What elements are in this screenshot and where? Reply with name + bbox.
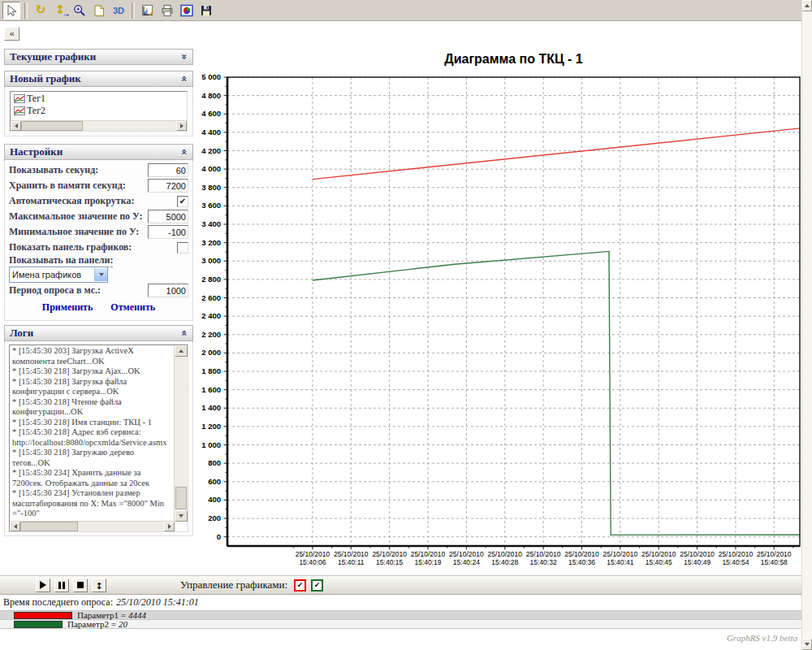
toolbar: ↻ ↕→ 3D [0, 0, 801, 21]
chart-thumb-icon [14, 94, 25, 103]
svg-text:25/10/201015:40:58: 25/10/201015:40:58 [757, 550, 792, 566]
zoom-tool-button[interactable] [71, 2, 89, 20]
series1-value: 4444 [128, 610, 146, 620]
tag-list-hscrollbar[interactable] [11, 120, 187, 131]
ymax-label: Максимальное значение по У: [9, 210, 142, 223]
chart-plot[interactable]: 5 0004 8004 6004 4004 2004 0003 8003 600… [195, 72, 812, 574]
ymin-input[interactable] [148, 225, 188, 239]
svg-text:1 400: 1 400 [201, 403, 221, 412]
app-version: GraphRS v1.9 betta [727, 633, 797, 643]
scroll-left-button[interactable] [11, 121, 21, 131]
sidebar: Текущие графики » Новый график « Тег1 Те… [4, 49, 193, 536]
svg-text:25/10/201015:40:45: 25/10/201015:40:45 [641, 550, 676, 566]
apply-link[interactable]: Применить [42, 301, 93, 314]
svg-text:200: 200 [208, 514, 221, 522]
scrollbar-thumb[interactable] [20, 522, 78, 531]
svg-text:2 200: 2 200 [201, 330, 221, 339]
svg-text:3 800: 3 800 [201, 183, 221, 192]
scroll-down-button[interactable] [802, 639, 812, 650]
svg-text:400: 400 [208, 495, 221, 504]
log-vscrollbar[interactable] [174, 345, 188, 522]
print-button[interactable] [158, 2, 176, 20]
series2-name: Параметр2 = [67, 619, 116, 629]
show-panel-checkbox[interactable] [177, 242, 188, 254]
scrollbar-thumb[interactable] [175, 487, 187, 509]
last-poll-value: 25/10/2010 15:41:01 [116, 596, 199, 609]
svg-text:0: 0 [217, 532, 221, 541]
legend-row: Параметр2 = 20 [0, 620, 812, 629]
autoscroll-checkbox[interactable] [177, 196, 188, 207]
svg-text:3 200: 3 200 [201, 238, 221, 247]
panel-logs-header[interactable]: Логи « [4, 325, 193, 341]
svg-text:25/10/201015:40:41: 25/10/201015:40:41 [603, 550, 638, 566]
show-seconds-label: Показывать секунд: [9, 164, 98, 176]
tag-list-item[interactable]: Тег2 [14, 105, 187, 116]
ymin-label: Минимальное значение по У: [9, 226, 139, 238]
3d-toggle-button[interactable]: 3D [110, 2, 127, 20]
edit-chart-button[interactable] [139, 2, 157, 20]
scale-axes-button[interactable]: ↕→ [51, 2, 69, 20]
poll-period-input[interactable] [148, 284, 188, 297]
svg-text:25/10/201015:40:24: 25/10/201015:40:24 [449, 550, 484, 566]
store-seconds-label: Хранить в памяти секунд: [9, 180, 126, 192]
show-panel-label: Показать панель графиков: [9, 241, 132, 254]
sidebar-collapse-button[interactable]: « [4, 27, 19, 41]
chevron-up-icon: « [179, 76, 190, 82]
panel-mode-select[interactable]: Имена графиков [9, 266, 108, 283]
svg-text:4 000: 4 000 [201, 164, 221, 173]
chart-thumb-icon [14, 106, 25, 115]
toolbar-separator [24, 2, 28, 19]
magnifier-icon [73, 4, 86, 17]
svg-text:2 000: 2 000 [201, 348, 221, 357]
autoscale-button[interactable] [92, 578, 106, 592]
scrollbar-track[interactable] [21, 121, 176, 131]
series1-color-swatch [14, 612, 72, 619]
svg-text:1 800: 1 800 [201, 366, 221, 375]
ymax-input[interactable] [148, 210, 188, 223]
copy-page-button[interactable] [90, 2, 108, 20]
svg-text:3 600: 3 600 [201, 201, 221, 210]
scroll-left-button[interactable] [10, 522, 20, 531]
save-button[interactable] [197, 2, 215, 20]
stop-button[interactable] [73, 578, 88, 592]
scroll-right-button[interactable] [176, 121, 187, 131]
poll-period-label: Период опроса в мс.: [9, 284, 101, 297]
svg-text:600: 600 [208, 477, 221, 486]
svg-text:25/10/201015:40:54: 25/10/201015:40:54 [719, 550, 754, 566]
store-seconds-input[interactable] [148, 179, 188, 193]
series1-visibility-checkbox[interactable] [294, 579, 306, 592]
series2-visibility-checkbox[interactable] [311, 579, 323, 592]
pause-button[interactable] [54, 578, 69, 592]
scrollbar-thumb[interactable] [21, 121, 83, 131]
last-poll-label: Время последнего опроса: [3, 596, 113, 609]
svg-text:25/10/201015:40:36: 25/10/201015:40:36 [564, 550, 599, 566]
tag-list: Тег1 Тег2 [10, 91, 188, 132]
panel-settings-header[interactable]: Настройки « [4, 144, 193, 160]
panel-mode-selected-value: Имена графиков [10, 270, 81, 280]
refresh-button[interactable]: ↻ [32, 2, 50, 20]
cursor-tool-button[interactable] [2, 2, 20, 20]
graphs-control-label: Управление графиками: [180, 578, 287, 592]
panel-current-graphs-header[interactable]: Текущие графики » [4, 49, 193, 65]
panel-new-graph-header[interactable]: Новый график « [4, 71, 193, 87]
log-hscrollbar[interactable] [10, 521, 175, 531]
svg-text:800: 800 [208, 458, 221, 467]
scroll-down-button[interactable] [175, 510, 188, 522]
page-vscrollbar[interactable] [801, 0, 812, 650]
svg-text:2 600: 2 600 [201, 293, 221, 302]
floppy-icon [200, 4, 213, 17]
toolbar-separator [132, 2, 135, 19]
scroll-up-button[interactable] [175, 345, 188, 357]
play-button[interactable] [36, 578, 50, 592]
cancel-link[interactable]: Отменить [110, 301, 155, 314]
status-row: Время последнего опроса: 25/10/2010 15:4… [0, 595, 812, 611]
scroll-up-button[interactable] [802, 0, 812, 11]
scroll-right-button[interactable] [164, 522, 175, 531]
panel-settings-title: Настройки [10, 145, 63, 158]
select-dropdown-button[interactable] [94, 268, 107, 281]
export-image-button[interactable] [178, 2, 196, 20]
show-seconds-input[interactable] [148, 163, 188, 177]
page-icon [93, 4, 106, 17]
tag-list-item[interactable]: Тег1 [14, 93, 187, 104]
panel-logs-title: Логи [10, 327, 33, 340]
